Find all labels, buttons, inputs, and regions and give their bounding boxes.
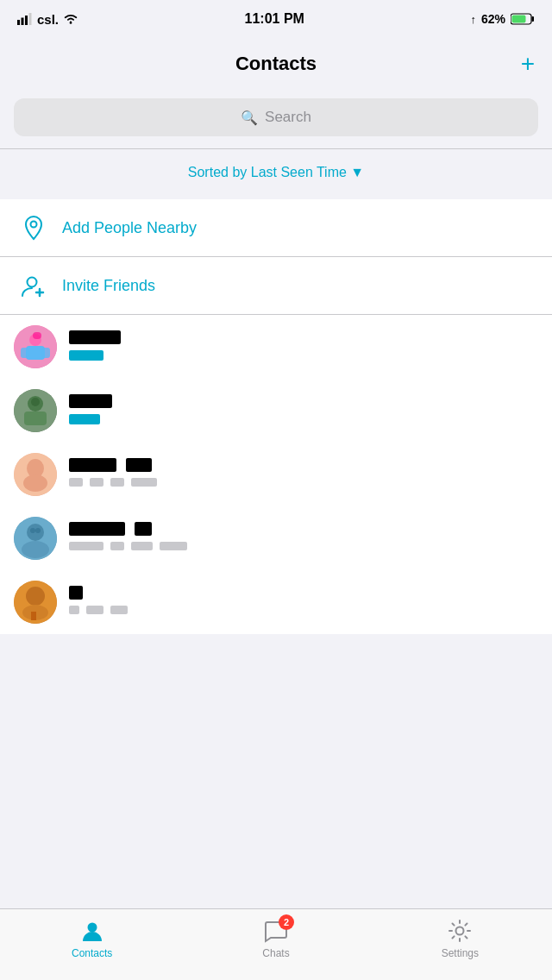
contact-status-3 bbox=[69, 478, 538, 492]
status-right: ↑ 62% bbox=[470, 12, 535, 26]
status-time: 11:01 PM bbox=[245, 11, 304, 27]
svg-point-29 bbox=[35, 528, 41, 533]
contact-name-4 bbox=[69, 522, 538, 539]
contact-name-2 bbox=[69, 394, 538, 411]
contacts-tab-label: Contacts bbox=[72, 947, 112, 959]
invite-friends-label: Invite Friends bbox=[62, 277, 155, 295]
contact-avatar-3 bbox=[14, 453, 57, 496]
contact-status-1 bbox=[69, 350, 538, 364]
battery-icon bbox=[511, 13, 535, 25]
sort-row: Sorted by Last Seen Time ▼ bbox=[0, 149, 552, 192]
contact-status-2 bbox=[69, 414, 538, 428]
svg-point-24 bbox=[23, 474, 47, 492]
contact-item-3[interactable] bbox=[0, 443, 552, 506]
search-placeholder: Search bbox=[265, 109, 311, 126]
search-icon: 🔍 bbox=[241, 110, 258, 126]
tab-bar: Contacts 2 Chats Settings bbox=[0, 908, 552, 980]
svg-point-28 bbox=[30, 528, 35, 533]
contact-avatar-1 bbox=[14, 325, 57, 368]
contact-info-3 bbox=[69, 458, 538, 492]
svg-rect-2 bbox=[25, 16, 28, 25]
svg-point-31 bbox=[26, 587, 45, 606]
add-people-nearby-item[interactable]: Add People Nearby bbox=[0, 199, 552, 257]
svg-rect-14 bbox=[33, 332, 41, 339]
svg-rect-17 bbox=[41, 348, 50, 358]
contact-info-2 bbox=[69, 394, 538, 428]
wifi-icon bbox=[63, 13, 78, 25]
status-bar: csl. 11:01 PM ↑ 62% bbox=[0, 0, 552, 38]
svg-rect-16 bbox=[21, 348, 29, 358]
contact-avatar-2 bbox=[14, 389, 57, 432]
contacts-list: Add People Nearby Invite Friends bbox=[0, 199, 552, 634]
add-people-nearby-label: Add People Nearby bbox=[62, 219, 197, 237]
contact-info-5 bbox=[69, 586, 538, 619]
contact-item-2[interactable] bbox=[0, 379, 552, 443]
contact-status-5 bbox=[69, 606, 538, 619]
contact-status-4 bbox=[69, 542, 538, 556]
add-contact-button[interactable]: + bbox=[521, 52, 535, 76]
search-input[interactable]: 🔍 Search bbox=[14, 98, 538, 136]
svg-point-26 bbox=[27, 524, 44, 541]
contact-avatar-4 bbox=[14, 517, 57, 560]
svg-point-4 bbox=[70, 22, 72, 24]
svg-rect-33 bbox=[31, 612, 36, 620]
svg-rect-3 bbox=[29, 13, 32, 25]
svg-rect-0 bbox=[17, 20, 20, 25]
page-title: Contacts bbox=[235, 53, 317, 75]
carrier-text: csl. bbox=[37, 12, 59, 27]
location-icon: ↑ bbox=[470, 13, 476, 26]
contact-name-1 bbox=[69, 330, 538, 348]
svg-rect-6 bbox=[532, 16, 535, 22]
svg-rect-20 bbox=[24, 411, 47, 425]
contact-avatar-5 bbox=[14, 581, 57, 624]
tab-contacts[interactable]: Contacts bbox=[0, 918, 184, 959]
chats-tab-icon: 2 bbox=[263, 918, 289, 944]
svg-point-9 bbox=[28, 278, 37, 287]
page-header: Contacts + bbox=[0, 38, 552, 90]
contact-item-1[interactable] bbox=[0, 315, 552, 379]
status-left: csl. bbox=[17, 12, 78, 27]
location-pin-icon bbox=[17, 211, 50, 244]
contacts-tab-icon bbox=[79, 918, 105, 944]
settings-tab-icon bbox=[447, 918, 473, 944]
svg-rect-7 bbox=[512, 16, 526, 23]
settings-tab-label: Settings bbox=[442, 947, 479, 959]
contact-item-5[interactable] bbox=[0, 570, 552, 634]
battery-percentage: 62% bbox=[481, 12, 505, 26]
svg-rect-1 bbox=[22, 18, 24, 26]
search-container: 🔍 Search bbox=[0, 90, 552, 148]
svg-point-8 bbox=[31, 222, 37, 228]
contact-info-4 bbox=[69, 522, 538, 556]
tab-settings[interactable]: Settings bbox=[368, 918, 552, 959]
contact-name-5 bbox=[69, 586, 538, 603]
chats-badge: 2 bbox=[279, 914, 294, 930]
invite-friends-item[interactable]: Invite Friends bbox=[0, 257, 552, 315]
svg-rect-21 bbox=[31, 398, 40, 406]
tab-chats[interactable]: 2 Chats bbox=[184, 918, 367, 959]
contact-item-4[interactable] bbox=[0, 506, 552, 570]
svg-point-35 bbox=[456, 927, 464, 935]
contact-info-1 bbox=[69, 330, 538, 364]
svg-point-34 bbox=[87, 923, 97, 933]
chats-tab-label: Chats bbox=[262, 947, 289, 959]
svg-point-27 bbox=[22, 541, 49, 558]
contact-name-3 bbox=[69, 458, 538, 475]
signal-icon bbox=[17, 13, 33, 25]
sort-button[interactable]: Sorted by Last Seen Time ▼ bbox=[188, 165, 364, 179]
invite-friends-icon bbox=[17, 269, 50, 302]
